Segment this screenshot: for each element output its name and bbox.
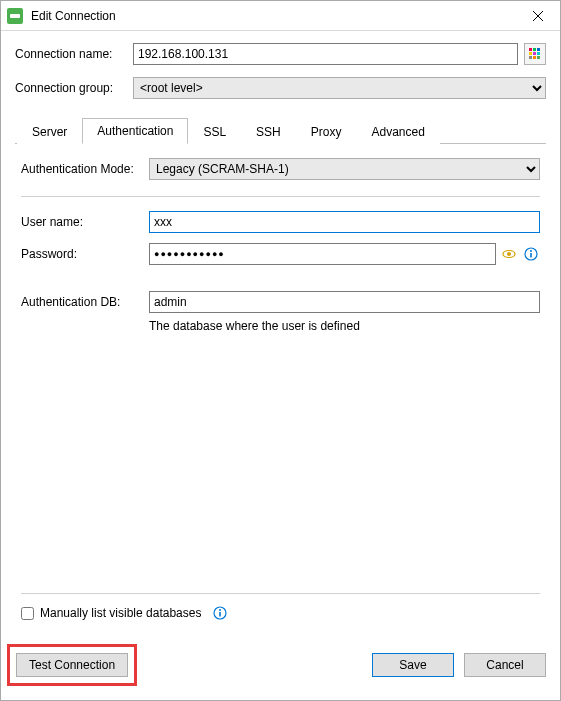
svg-rect-19 [220,612,222,617]
divider [21,593,540,594]
auth-db-input[interactable] [149,291,540,313]
test-connection-button[interactable]: Test Connection [16,653,128,677]
svg-point-15 [530,250,532,252]
button-bar: Test Connection Save Cancel [1,634,560,700]
svg-rect-3 [529,48,532,51]
svg-rect-4 [533,48,536,51]
password-label: Password: [21,247,149,261]
list-databases-info-button[interactable] [211,604,229,622]
connection-group-select[interactable]: <root level> [133,77,546,99]
dialog-content: Connection name: Connection group: <root… [1,31,560,634]
tab-server[interactable]: Server [17,119,82,144]
svg-rect-10 [533,56,536,59]
auth-mode-label: Authentication Mode: [21,162,149,176]
connection-name-row: Connection name: [15,43,546,65]
auth-mode-select[interactable]: Legacy (SCRAM-SHA-1) [149,158,540,180]
password-info-button[interactable] [522,245,540,263]
auth-db-row: Authentication DB: [21,291,540,313]
svg-rect-9 [529,56,532,59]
username-row: User name: [21,211,540,233]
svg-rect-7 [533,52,536,55]
app-icon [7,8,23,24]
test-connection-highlight: Test Connection [7,644,137,686]
titlebar: Edit Connection [1,1,560,31]
info-icon [213,606,227,620]
svg-rect-11 [537,56,540,59]
list-databases-label[interactable]: Manually list visible databases [40,606,201,620]
tab-proxy[interactable]: Proxy [296,119,357,144]
connection-group-label: Connection group: [15,81,133,95]
close-button[interactable] [515,1,560,31]
svg-rect-6 [529,52,532,55]
auth-db-helper: The database where the user is defined [149,319,540,333]
svg-point-13 [507,252,511,256]
connection-name-label: Connection name: [15,47,133,61]
window-title: Edit Connection [31,9,515,23]
cancel-button[interactable]: Cancel [464,653,546,677]
username-input[interactable] [149,211,540,233]
svg-rect-0 [10,14,20,18]
password-row: Password: [21,243,540,265]
eye-icon [501,246,517,262]
color-picker-button[interactable] [524,43,546,65]
password-input[interactable] [149,243,496,265]
divider [21,196,540,197]
svg-rect-8 [537,52,540,55]
svg-rect-16 [530,253,532,258]
svg-point-18 [219,609,221,611]
tab-advanced[interactable]: Advanced [356,119,439,144]
edit-connection-dialog: Edit Connection Connection name: [0,0,561,701]
reveal-password-button[interactable] [500,245,518,263]
tab-ssl[interactable]: SSL [188,119,241,144]
save-button[interactable]: Save [372,653,454,677]
connection-name-input[interactable] [133,43,518,65]
username-label: User name: [21,215,149,229]
color-grid-icon [528,47,542,61]
auth-db-label: Authentication DB: [21,295,149,309]
close-icon [533,11,543,21]
info-icon [524,247,538,261]
tab-authentication[interactable]: Authentication [82,118,188,144]
connection-group-row: Connection group: <root level> [15,77,546,99]
list-databases-row: Manually list visible databases [21,604,540,622]
authentication-panel: Authentication Mode: Legacy (SCRAM-SHA-1… [15,144,546,622]
list-databases-checkbox[interactable] [21,607,34,620]
svg-rect-5 [537,48,540,51]
tabstrip: Server Authentication SSL SSH Proxy Adva… [15,117,546,144]
tab-ssh[interactable]: SSH [241,119,296,144]
auth-mode-row: Authentication Mode: Legacy (SCRAM-SHA-1… [21,158,540,180]
